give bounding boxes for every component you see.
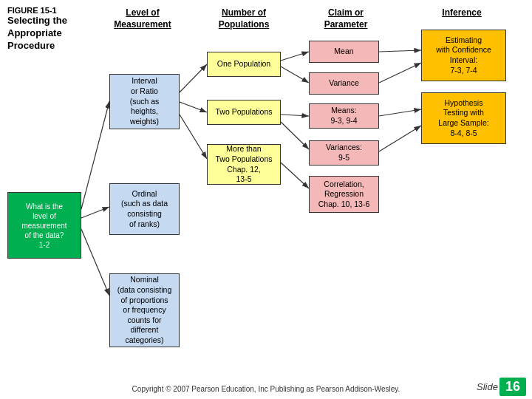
figure-label: FIGURE 15-1 [7,6,103,15]
svg-line-4 [180,64,207,92]
box-one-population: One Population [207,52,281,77]
svg-line-14 [379,109,421,116]
header-inference: Inference [421,7,502,19]
title-area: FIGURE 15-1 Selecting the Appropriate Pr… [7,6,103,52]
header-claim-parameter: Claim or Parameter [309,7,383,30]
svg-line-6 [180,115,207,159]
box-estimating: Estimating with Confidence Interval: 7-3… [421,30,506,81]
svg-line-11 [281,163,309,188]
box-means: Means: 9-3, 9-4 [309,103,379,129]
svg-line-13 [379,63,421,83]
box-nominal: Nominal (data consisting of proportions … [109,273,180,347]
footer-copyright: Copyright © 2007 Pearson Education, Inc … [0,385,532,393]
box-ordinal: Ordinal (such as data consisting of rank… [109,183,180,235]
box-two-populations: Two Populations [207,100,281,125]
slide-number: 16 [499,378,526,396]
svg-line-10 [281,122,309,149]
figure-title: Selecting the Appropriate Procedure [7,15,103,52]
slide-label: Slide [477,381,498,392]
svg-line-12 [379,50,421,52]
question-box: What is the level of measurement of the … [7,192,81,259]
svg-line-7 [281,52,309,61]
svg-line-3 [81,229,109,296]
box-variance: Variance [309,72,379,95]
header-level-measurement: Level of Measurement [109,7,176,30]
box-more-than-two: More than Two Populations Chap. 12, 13-5 [207,144,281,185]
box-variances: Variances: 9-5 [309,140,379,166]
page: FIGURE 15-1 Selecting the Appropriate Pr… [0,0,532,399]
box-correlation: Correlation, Regression Chap. 10, 13-6 [309,176,379,213]
svg-line-2 [81,207,109,218]
svg-line-9 [281,115,309,116]
svg-line-8 [281,66,309,83]
header-number-populations: Number of Populations [207,7,281,30]
svg-line-5 [180,102,207,112]
box-interval-ratio: Interval or Ratio (such as heights, weig… [109,74,180,129]
svg-line-1 [81,101,109,209]
svg-line-15 [379,126,421,151]
slide-badge: Slide 16 [477,378,526,396]
box-mean: Mean [309,41,379,63]
box-hypothesis: Hypothesis Testing with Large Sample: 8-… [421,92,506,144]
